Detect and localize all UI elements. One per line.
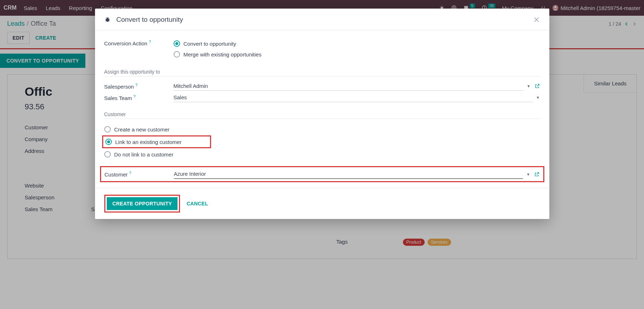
chevron-down-icon[interactable]: ▼ [527,84,531,88]
label-conversion-action: Conversion Action? [104,38,174,46]
modal-header: Convert to opportunity [95,9,549,30]
salesperson-input[interactable] [174,81,523,91]
convert-modal: Convert to opportunity Conversion Action… [95,9,549,219]
highlight-link-existing: Link to an existing customer [102,135,211,148]
radio-create-new-customer[interactable]: Create a new customer [104,124,540,135]
section-divider [104,76,540,76]
svg-point-6 [106,18,109,22]
radio-label: Convert to opportunity [184,41,236,47]
chevron-down-icon[interactable]: ▼ [536,95,540,100]
customer-input[interactable] [174,169,523,179]
section-customer: Customer [104,111,540,117]
radio-merge-existing[interactable]: Merge with existing opportunities [174,49,540,60]
label-salesteam: Sales Team? [104,93,174,101]
cancel-button[interactable]: CANCEL [186,201,208,206]
bug-icon[interactable] [104,16,111,23]
radio-do-not-link[interactable]: Do not link to a customer [104,149,540,160]
help-icon[interactable]: ? [149,40,151,44]
section-divider [104,119,540,119]
radio-dot-icon [105,139,112,145]
external-link-icon[interactable] [534,171,540,177]
radio-label: Link to an existing customer [115,139,182,145]
radio-link-existing-customer[interactable]: Link to an existing customer [105,137,182,146]
section-assign: Assign this opportunity to [104,69,540,75]
label-salesperson: Salesperson? [104,81,174,90]
chevron-down-icon[interactable]: ▼ [526,172,530,176]
modal-title: Convert to opportunity [116,16,183,24]
close-icon[interactable] [533,16,540,23]
radio-dot-icon [104,126,111,133]
create-opportunity-button[interactable]: CREATE OPPORTUNITY [107,197,178,210]
label-customer: Customer? [105,169,174,178]
radio-label: Create a new customer [114,126,170,133]
radio-dot-icon [174,40,180,47]
external-link-icon[interactable] [534,83,540,89]
radio-label: Merge with existing opportunities [184,51,261,58]
radio-convert-to-opportunity[interactable]: Convert to opportunity [174,38,540,49]
salesteam-input[interactable] [174,93,533,102]
help-icon[interactable]: ? [129,171,131,175]
radio-dot-icon [104,151,111,158]
radio-label: Do not link to a customer [114,151,174,158]
modal-body: Conversion Action? Convert to opportunit… [95,30,549,188]
highlight-create-button: CREATE OPPORTUNITY [104,195,180,213]
highlight-customer-row: Customer? ▼ [100,166,544,182]
radio-dot-icon [174,51,180,58]
help-icon[interactable]: ? [134,94,136,99]
modal-footer: CREATE OPPORTUNITY CANCEL [95,188,549,219]
help-icon[interactable]: ? [135,83,138,87]
